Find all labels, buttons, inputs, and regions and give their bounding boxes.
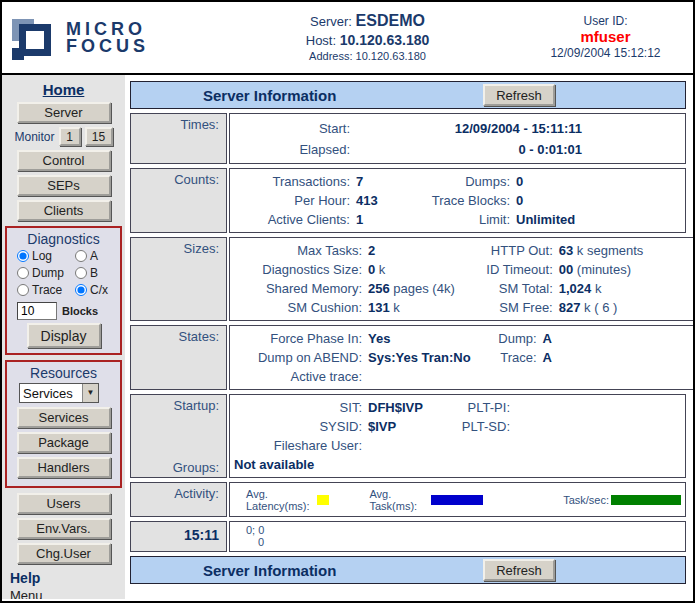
radio-log[interactable]: Log bbox=[17, 249, 75, 263]
max-tasks-value: 2 bbox=[368, 241, 455, 260]
task-sec-label: Task/sec: bbox=[563, 494, 609, 506]
logo-wordmark: MICRO FOCUS bbox=[66, 21, 149, 55]
task-sec-color-swatch bbox=[611, 495, 681, 505]
radio-a[interactable]: A bbox=[75, 249, 119, 263]
plt-pi-label: PLT-PI: bbox=[438, 398, 510, 417]
legend-avg-task: Avg. Task(ms): bbox=[369, 488, 523, 512]
shared-memory-label: Shared Memory: bbox=[232, 279, 362, 298]
blocks-input[interactable] bbox=[17, 302, 57, 320]
radio-log-label: Log bbox=[32, 249, 52, 263]
radio-b[interactable]: B bbox=[75, 266, 119, 280]
services-button[interactable]: Services bbox=[17, 407, 111, 428]
id-timeout-value: 00 (minutes) bbox=[559, 260, 693, 279]
user-id-label: User ID: bbox=[518, 14, 693, 28]
sizes-row-content: Max Tasks: 2 HTTP Out: 63 k segments Dia… bbox=[229, 237, 693, 321]
address-label: Address: bbox=[309, 50, 352, 62]
resources-select-value: Services bbox=[20, 384, 82, 402]
radio-trace[interactable]: Trace bbox=[17, 283, 75, 297]
startup-row: Startup: Groups: SIT: DFH$IVP PLT-PI: SY… bbox=[130, 394, 686, 478]
chevron-down-icon[interactable]: ▼ bbox=[82, 384, 98, 402]
micro-focus-logo-icon bbox=[12, 15, 58, 61]
sizes-row: Sizes: Max Tasks: 2 HTTP Out: 63 k segme… bbox=[130, 237, 686, 321]
trace-state-label: Trace: bbox=[477, 348, 537, 367]
sysid-label: SYSID: bbox=[232, 417, 362, 436]
radio-cx-input[interactable] bbox=[75, 284, 87, 296]
max-tasks-label: Max Tasks: bbox=[232, 241, 362, 260]
task-color-swatch bbox=[431, 495, 483, 505]
monitor-15-button[interactable]: 15 bbox=[85, 127, 113, 146]
sizes-row-label: Sizes: bbox=[130, 237, 227, 321]
avg-latency-label: Avg. Latency(ms): bbox=[246, 488, 315, 512]
start-value: 12/09/2004 - 15:11:11 bbox=[364, 118, 582, 139]
sm-total-label: SM Total: bbox=[461, 279, 553, 298]
users-button[interactable]: Users bbox=[17, 493, 111, 514]
footer-refresh-button[interactable]: Refresh bbox=[483, 559, 555, 581]
transactions-value: 7 bbox=[356, 172, 408, 191]
seps-button[interactable]: SEPs bbox=[17, 175, 111, 196]
radio-log-input[interactable] bbox=[17, 250, 29, 262]
resources-select[interactable]: Services ▼ bbox=[19, 383, 99, 403]
trace-blocks-value: 0 bbox=[516, 191, 681, 210]
radio-a-input[interactable] bbox=[75, 250, 87, 262]
counts-row-label: Counts: bbox=[130, 168, 227, 233]
times-row-label: Times: bbox=[130, 113, 227, 164]
radio-dump[interactable]: Dump bbox=[17, 266, 75, 280]
radio-b-input[interactable] bbox=[75, 267, 87, 279]
server-button[interactable]: Server bbox=[17, 102, 111, 123]
logo-square-foot bbox=[12, 48, 24, 60]
radio-trace-input[interactable] bbox=[17, 284, 29, 296]
fileshare-user-value bbox=[368, 436, 432, 455]
elapsed-label: Elapsed: bbox=[232, 139, 350, 160]
avg-task-label: Avg. Task(ms): bbox=[369, 488, 428, 512]
menu-link[interactable]: Menu bbox=[10, 588, 125, 599]
logo-word-micro: MICRO bbox=[66, 21, 149, 38]
chguser-button[interactable]: Chg.User bbox=[17, 543, 111, 564]
groups-value: Not available bbox=[232, 455, 681, 474]
refresh-button[interactable]: Refresh bbox=[483, 84, 555, 106]
page-title: Server Information bbox=[203, 87, 336, 104]
activity-row-content: Avg. Latency(ms): Avg. Task(ms): Task/se… bbox=[229, 482, 686, 517]
home-link[interactable]: Home bbox=[2, 81, 125, 98]
envvars-button[interactable]: Env.Vars. bbox=[17, 518, 111, 539]
blocks-label: Blocks bbox=[62, 305, 98, 317]
sm-free-label: SM Free: bbox=[461, 298, 553, 317]
legend-avg-latency: Avg. Latency(ms): bbox=[246, 488, 329, 512]
activity-row-label: Activity: bbox=[130, 482, 227, 517]
states-row-content: Force Phase In: Yes Dump: A Dump on ABEN… bbox=[229, 325, 693, 390]
groups-label: Groups: bbox=[131, 460, 219, 475]
counts-row-content: Transactions: 7 Dumps: 0 Per Hour: 413 T… bbox=[229, 168, 686, 233]
latency-color-swatch bbox=[317, 495, 329, 505]
host-label: Host: bbox=[306, 33, 336, 48]
package-button[interactable]: Package bbox=[17, 432, 111, 453]
monitor-1-button[interactable]: 1 bbox=[59, 127, 81, 146]
radio-dump-input[interactable] bbox=[17, 267, 29, 279]
clients-button[interactable]: Clients bbox=[17, 200, 111, 221]
radio-trace-label: Trace bbox=[32, 283, 62, 297]
server-identity: Server: ESDEMO Host: 10.120.63.180 Addre… bbox=[217, 2, 518, 73]
trace-state-value: A bbox=[543, 348, 693, 367]
sm-free-value: 827 k ( 6 ) bbox=[559, 298, 693, 317]
monitor-row: Monitor 1 15 bbox=[2, 127, 125, 146]
server-information-footer: Server Information Refresh bbox=[130, 556, 686, 584]
active-clients-value: 1 bbox=[356, 210, 408, 229]
handlers-button[interactable]: Handlers bbox=[17, 457, 111, 478]
legend-task-sec: Task/sec: bbox=[563, 494, 681, 506]
shared-memory-value: 256 pages (4k) bbox=[368, 279, 455, 298]
radio-cx[interactable]: C/x bbox=[75, 283, 119, 297]
blank-value bbox=[543, 367, 693, 386]
blank-label bbox=[438, 436, 510, 455]
main-panel: Server Information Refresh Times: Start:… bbox=[125, 75, 693, 599]
diagnostics-panel: Diagnostics Log A Dump B bbox=[5, 226, 122, 355]
states-row: States: Force Phase In: Yes Dump: A Dump… bbox=[130, 325, 686, 390]
sample-values: 0; 0 0 bbox=[229, 521, 686, 552]
active-trace-label: Active trace: bbox=[232, 367, 362, 386]
force-phase-in-value: Yes bbox=[368, 329, 471, 348]
control-button[interactable]: Control bbox=[17, 150, 111, 171]
display-button[interactable]: Display bbox=[27, 323, 101, 348]
radio-a-label: A bbox=[90, 249, 98, 263]
sm-total-value: 1,024 k bbox=[559, 279, 693, 298]
micro-focus-logo: MICRO FOCUS bbox=[2, 2, 217, 73]
address-value: 10.120.63.180 bbox=[356, 50, 426, 62]
limit-value: Unlimited bbox=[516, 210, 681, 229]
plt-sd-value bbox=[516, 417, 681, 436]
